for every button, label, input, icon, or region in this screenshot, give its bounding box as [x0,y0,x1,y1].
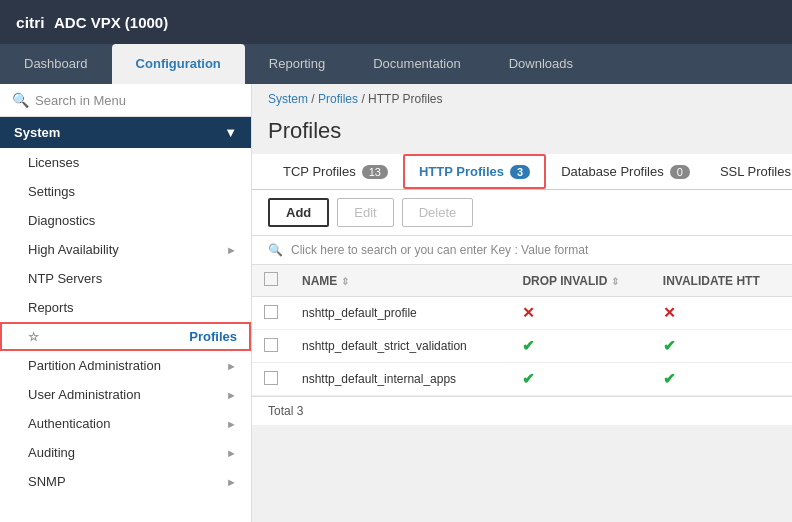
tab-ssl-profiles[interactable]: SSL Profiles [705,155,792,188]
star-icon: ☆ [28,330,39,344]
profiles-table: NAME ⇕ DROP INVALID ⇕ INVALIDATE HTT nsh… [252,265,792,396]
search-menu-label: Search in Menu [35,93,126,108]
sidebar-item-user-admin[interactable]: User Administration ► [0,380,251,409]
sidebar-item-settings[interactable]: Settings [0,177,251,206]
cross-icon: ✕ [663,304,676,321]
sidebar-item-profiles[interactable]: ☆ Profiles [0,322,251,351]
chevron-right-icon: ► [226,418,237,430]
nav-bar: Dashboard Configuration Reporting Docume… [0,44,792,84]
tab-tcp-profiles[interactable]: TCP Profiles 13 [268,155,403,188]
sidebar-item-ntp-servers[interactable]: NTP Servers [0,264,251,293]
table-search-bar[interactable]: 🔍 Click here to search or you can enter … [252,236,792,265]
row-drop-invalid: ✔ [510,363,650,396]
svg-text:citrix.: citrix. [16,14,44,31]
header: citrix. ADC VPX (1000) [0,0,792,44]
table-header-drop-invalid: DROP INVALID ⇕ [510,265,650,297]
row-drop-invalid: ✔ [510,330,650,363]
edit-button[interactable]: Edit [337,198,393,227]
tab-database-profiles[interactable]: Database Profiles 0 [546,155,705,188]
table-header-invalidate-http: INVALIDATE HTT [651,265,792,297]
sidebar-item-auditing[interactable]: Auditing ► [0,438,251,467]
breadcrumb-profiles[interactable]: Profiles [318,92,358,106]
table-row: nshttp_default_strict_validation ✔ ✔ [252,330,792,363]
row-invalidate-http: ✔ [651,363,792,396]
table-container: NAME ⇕ DROP INVALID ⇕ INVALIDATE HTT nsh… [252,265,792,425]
tab-configuration[interactable]: Configuration [112,44,245,84]
breadcrumb-system[interactable]: System [268,92,308,106]
row-invalidate-http: ✕ [651,297,792,330]
logo-area: citrix. ADC VPX (1000) [16,11,168,33]
chevron-right-icon: ► [226,476,237,488]
search-icon: 🔍 [268,243,283,257]
main-layout: 🔍 Search in Menu System ▼ Licenses Setti… [0,84,792,522]
tab-downloads[interactable]: Downloads [485,44,597,84]
tab-dashboard[interactable]: Dashboard [0,44,112,84]
row-name: nshttp_default_internal_apps [290,363,510,396]
table-row: nshttp_default_profile ✕ ✕ [252,297,792,330]
sidebar-section-label: System [14,125,60,140]
tab-reporting[interactable]: Reporting [245,44,349,84]
row-check [252,297,290,330]
cross-icon: ✕ [522,304,535,321]
sidebar-section-system[interactable]: System ▼ [0,117,251,148]
breadcrumb-current: HTTP Profiles [368,92,442,106]
row-name: nshttp_default_strict_validation [290,330,510,363]
delete-button[interactable]: Delete [402,198,474,227]
table-row: nshttp_default_internal_apps ✔ ✔ [252,363,792,396]
page-title: Profiles [252,114,792,154]
search-icon: 🔍 [12,92,29,108]
total-label: Total [268,404,293,418]
table-header-check [252,265,290,297]
row-checkbox[interactable] [264,371,278,385]
table-search-placeholder: Click here to search or you can enter Ke… [291,243,588,257]
sidebar: 🔍 Search in Menu System ▼ Licenses Setti… [0,84,252,522]
app-title: ADC VPX (1000) [54,14,168,31]
add-button[interactable]: Add [268,198,329,227]
chevron-right-icon: ► [226,360,237,372]
row-check [252,330,290,363]
sidebar-item-diagnostics[interactable]: Diagnostics [0,206,251,235]
search-menu[interactable]: 🔍 Search in Menu [0,84,251,117]
sidebar-item-reports[interactable]: Reports [0,293,251,322]
citrix-logo-icon: citrix. [16,11,44,33]
sidebar-item-snmp[interactable]: SNMP ► [0,467,251,496]
table-footer: Total 3 [252,396,792,425]
chevron-down-icon: ▼ [224,125,237,140]
row-invalidate-http: ✔ [651,330,792,363]
sidebar-item-authentication[interactable]: Authentication ► [0,409,251,438]
row-checkbox[interactable] [264,338,278,352]
content-area: System / Profiles / HTTP Profiles Profil… [252,84,792,522]
row-name: nshttp_default_profile [290,297,510,330]
sort-icon: ⇕ [611,276,619,287]
check-icon: ✔ [663,337,676,354]
check-icon: ✔ [522,337,535,354]
total-count-value: 3 [297,404,304,418]
sort-icon: ⇕ [341,276,349,287]
row-check [252,363,290,396]
chevron-right-icon: ► [226,447,237,459]
check-icon: ✔ [663,370,676,387]
sidebar-item-high-availability[interactable]: High Availability ► [0,235,251,264]
chevron-right-icon: ► [226,389,237,401]
profile-tabs: TCP Profiles 13 HTTP Profiles 3 Database… [252,154,792,190]
chevron-right-icon: ► [226,244,237,256]
tab-documentation[interactable]: Documentation [349,44,484,84]
sidebar-item-partition-admin[interactable]: Partition Administration ► [0,351,251,380]
toolbar: Add Edit Delete [252,190,792,236]
check-icon: ✔ [522,370,535,387]
table-header-name: NAME ⇕ [290,265,510,297]
select-all-checkbox[interactable] [264,272,278,286]
row-checkbox[interactable] [264,305,278,319]
row-drop-invalid: ✕ [510,297,650,330]
breadcrumb: System / Profiles / HTTP Profiles [252,84,792,114]
sidebar-item-licenses[interactable]: Licenses [0,148,251,177]
tab-http-profiles[interactable]: HTTP Profiles 3 [403,154,546,189]
